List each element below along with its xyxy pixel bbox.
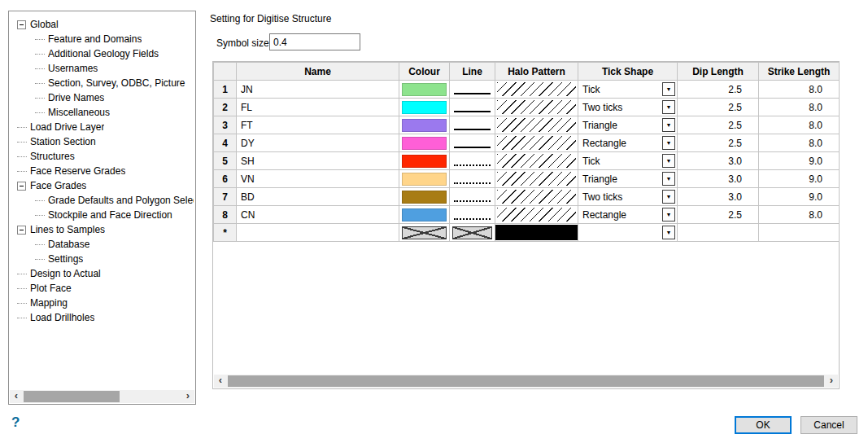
halo-pattern-cell[interactable] — [495, 134, 578, 152]
line-cell[interactable] — [450, 152, 495, 170]
tree-item-face-grades[interactable]: Face Grades — [11, 178, 194, 193]
strike-length-cell[interactable]: 8.0 — [759, 116, 840, 134]
tree-item-drive-names[interactable]: Drive Names — [11, 90, 194, 105]
row-header[interactable]: 1 — [214, 81, 237, 99]
dip-length-cell[interactable]: 2.5 — [678, 81, 759, 99]
scrollbar-thumb[interactable] — [24, 391, 120, 402]
strike-length-cell[interactable]: 9.0 — [759, 188, 840, 206]
tree-expander-minus-icon[interactable] — [17, 182, 26, 191]
halo-pattern-cell[interactable] — [495, 116, 578, 134]
column-header-tick-shape[interactable]: Tick Shape — [578, 63, 678, 81]
halo-pattern-cell[interactable] — [495, 99, 578, 116]
tick-shape-dropdown-button[interactable]: ▼ — [662, 226, 675, 239]
tick-shape-dropdown-button[interactable]: ▼ — [662, 208, 675, 222]
tree-item-grade-defaults-and-polygon-selec[interactable]: Grade Defaults and Polygon Selec — [11, 193, 194, 208]
tree-expander-minus-icon[interactable] — [17, 20, 26, 29]
line-cell[interactable] — [450, 99, 495, 116]
line-cell[interactable] — [450, 134, 495, 152]
colour-cell[interactable] — [399, 170, 450, 188]
name-cell[interactable]: JN — [237, 81, 399, 99]
row-header[interactable]: 3 — [214, 116, 237, 134]
tick-shape-cell[interactable]: Tick▼ — [578, 152, 678, 170]
row-header[interactable]: 8 — [214, 206, 237, 224]
column-header-line[interactable]: Line — [450, 63, 495, 81]
tree-item-settings[interactable]: Settings — [11, 252, 194, 266]
tick-shape-dropdown-button[interactable]: ▼ — [662, 100, 675, 114]
scroll-left-arrow-icon[interactable]: ‹ — [10, 390, 23, 403]
row-header[interactable]: 5 — [214, 152, 237, 170]
tick-shape-cell[interactable]: Two ticks▼ — [578, 188, 678, 206]
name-cell[interactable]: FL — [237, 99, 399, 116]
name-cell[interactable] — [237, 224, 399, 242]
name-cell[interactable]: BD — [237, 188, 399, 206]
column-header-strike-length[interactable]: Strike Length — [759, 63, 840, 81]
tree-item-global[interactable]: Global — [11, 17, 194, 32]
name-cell[interactable]: DY — [237, 134, 399, 152]
strike-length-cell[interactable]: 8.0 — [759, 99, 840, 116]
column-header-name[interactable]: Name — [237, 63, 399, 81]
tree-item-feature-and-domains[interactable]: Feature and Domains — [11, 32, 194, 46]
tick-shape-dropdown-button[interactable]: ▼ — [662, 136, 675, 150]
strike-length-cell[interactable] — [759, 224, 840, 242]
tree-item-design-to-actual[interactable]: Design to Actual — [11, 266, 194, 281]
line-cell[interactable] — [450, 116, 495, 134]
scroll-right-arrow-icon[interactable]: › — [825, 375, 838, 388]
name-cell[interactable]: CN — [237, 206, 399, 224]
tree-item-mapping[interactable]: Mapping — [11, 296, 194, 310]
column-header-dip-length[interactable]: Dip Length — [678, 63, 759, 81]
help-icon[interactable]: ? — [11, 414, 20, 431]
dip-length-cell[interactable]: 2.5 — [678, 206, 759, 224]
dip-length-cell[interactable] — [678, 224, 759, 242]
halo-pattern-cell[interactable] — [495, 152, 578, 170]
name-cell[interactable]: VN — [237, 170, 399, 188]
scroll-right-arrow-icon[interactable]: › — [181, 390, 194, 403]
halo-pattern-cell[interactable] — [495, 224, 578, 242]
colour-cell[interactable] — [399, 188, 450, 206]
dip-length-cell[interactable]: 3.0 — [678, 188, 759, 206]
colour-cell[interactable] — [399, 134, 450, 152]
tree-item-usernames[interactable]: Usernames — [11, 61, 194, 76]
tick-shape-cell[interactable]: Rectangle▼ — [578, 134, 678, 152]
tick-shape-cell[interactable]: ▼ — [578, 224, 678, 242]
tree-expander-minus-icon[interactable] — [17, 226, 26, 235]
cancel-button[interactable]: Cancel — [800, 416, 857, 434]
tick-shape-cell[interactable]: Two ticks▼ — [578, 99, 678, 116]
colour-cell[interactable] — [399, 99, 450, 116]
halo-pattern-cell[interactable] — [495, 206, 578, 224]
grid-horizontal-scrollbar[interactable]: ‹ › — [214, 375, 838, 388]
row-header[interactable]: 6 — [214, 170, 237, 188]
dip-length-cell[interactable]: 2.5 — [678, 99, 759, 116]
row-header[interactable]: * — [214, 224, 237, 242]
tree-item-additional-geology-fields[interactable]: Additional Geology Fields — [11, 46, 194, 61]
strike-length-cell[interactable]: 9.0 — [759, 170, 840, 188]
strike-length-cell[interactable]: 8.0 — [759, 206, 840, 224]
symbol-size-input[interactable] — [269, 33, 360, 50]
halo-pattern-cell[interactable] — [495, 81, 578, 99]
tree-item-station-section[interactable]: Station Section — [11, 134, 194, 149]
halo-pattern-cell[interactable] — [495, 188, 578, 206]
tick-shape-dropdown-button[interactable]: ▼ — [662, 154, 675, 168]
tree-item-plot-face[interactable]: Plot Face — [11, 281, 194, 296]
tick-shape-cell[interactable]: Triangle▼ — [578, 116, 678, 134]
colour-cell[interactable] — [399, 81, 450, 99]
row-header[interactable]: 2 — [214, 99, 237, 116]
colour-cell[interactable] — [399, 206, 450, 224]
name-cell[interactable]: FT — [237, 116, 399, 134]
tree-item-database[interactable]: Database — [11, 237, 194, 252]
tree-item-section-survey-odbc-picture[interactable]: Section, Survey, ODBC, Picture — [11, 76, 194, 90]
colour-cell[interactable] — [399, 152, 450, 170]
colour-cell[interactable] — [399, 224, 450, 242]
tree-item-face-reserve-grades[interactable]: Face Reserve Grades — [11, 164, 194, 178]
name-cell[interactable]: SH — [237, 152, 399, 170]
halo-pattern-cell[interactable] — [495, 170, 578, 188]
row-header[interactable]: 4 — [214, 134, 237, 152]
line-cell[interactable] — [450, 81, 495, 99]
tree-item-lines-to-samples[interactable]: Lines to Samples — [11, 222, 194, 237]
tree-item-structures[interactable]: Structures — [11, 149, 194, 164]
scrollbar-thumb[interactable] — [228, 375, 824, 387]
strike-length-cell[interactable]: 8.0 — [759, 134, 840, 152]
ok-button[interactable]: OK — [735, 416, 792, 434]
tick-shape-dropdown-button[interactable]: ▼ — [662, 118, 675, 132]
dip-length-cell[interactable]: 2.5 — [678, 116, 759, 134]
scroll-left-arrow-icon[interactable]: ‹ — [214, 375, 227, 388]
